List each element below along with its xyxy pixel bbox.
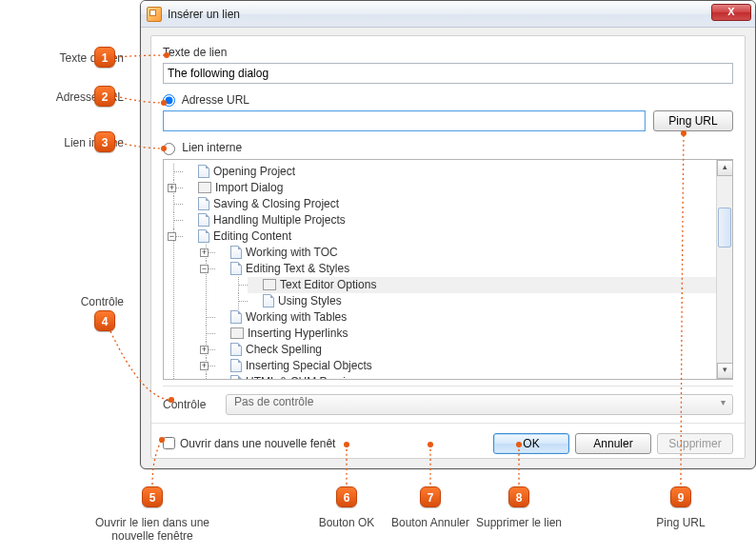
internal-link-radio-row: Lien interne (163, 141, 733, 154)
tree-item[interactable]: Text Editor Options (248, 277, 716, 293)
tree-item[interactable]: +Inserting Special Objects (215, 358, 716, 374)
page-icon (230, 375, 242, 379)
tree-item[interactable]: +Check Spelling (215, 342, 716, 358)
folder-icon (198, 182, 211, 193)
app-icon (147, 7, 162, 22)
tree-item[interactable]: +Import Dialog (183, 180, 716, 196)
tree-item[interactable]: Opening Project (183, 164, 716, 180)
divider (151, 423, 745, 424)
titlebar[interactable]: Insérer un lien X (141, 1, 755, 28)
open-new-window-checkbox[interactable] (163, 437, 175, 449)
topic-tree-viewport[interactable]: Opening Project +Import Dialog Saving & … (164, 160, 716, 379)
tree-item[interactable]: −Editing Text & Styles Text Editor Optio… (215, 261, 716, 309)
control-select[interactable]: Pas de contrôle (226, 394, 733, 415)
page-icon (198, 229, 209, 243)
callout-1-num: 1 (94, 47, 115, 68)
ping-url-button[interactable]: Ping URL (653, 110, 733, 131)
cancel-button[interactable]: Annuler (575, 433, 651, 454)
expand-icon[interactable]: + (200, 346, 209, 354)
tree-item[interactable]: Working with Tables (215, 309, 716, 326)
scroll-down-button[interactable]: ▾ (717, 363, 733, 379)
internal-link-radio-label: Lien interne (182, 141, 242, 154)
tree-scrollbar[interactable]: ▴ ▾ (716, 160, 732, 379)
callout-9-num: 9 (670, 486, 691, 507)
callout-9-label: Ping URL (614, 516, 747, 529)
expand-icon[interactable]: + (200, 362, 209, 370)
collapse-icon[interactable]: − (168, 232, 176, 241)
callout-4-label: Contrôle (0, 295, 124, 308)
tree-item[interactable]: Using Styles (248, 293, 716, 309)
internal-link-radio[interactable] (163, 143, 175, 155)
callout-8-label: Supprimer le lien (452, 516, 586, 529)
control-label: Contrôle (163, 398, 216, 411)
page-icon (198, 165, 209, 178)
url-radio[interactable] (163, 94, 175, 107)
tree-item[interactable]: Handling Multiple Projects (183, 212, 716, 228)
callout-4-num: 4 (94, 310, 115, 331)
page-icon (230, 359, 242, 372)
delete-button[interactable]: Supprimer (657, 433, 733, 454)
tree-item[interactable]: +Working with TOC (215, 245, 716, 261)
dialog-body: Texte de lien Adresse URL Ping URL Lien … (150, 35, 746, 459)
page-icon (198, 197, 209, 210)
expand-icon[interactable]: + (168, 184, 176, 192)
url-input[interactable] (163, 110, 646, 131)
callout-3-num: 3 (94, 131, 115, 152)
callout-8-num: 8 (508, 486, 529, 507)
close-button[interactable]: X (711, 4, 751, 21)
expand-icon[interactable]: + (200, 248, 209, 257)
callout-6-num: 6 (336, 486, 357, 507)
tree-item[interactable]: HTML & CHM Preview (215, 374, 716, 379)
url-radio-label: Adresse URL (182, 93, 249, 107)
page-icon (198, 213, 209, 227)
link-text-input[interactable] (163, 63, 733, 84)
callout-5-num: 5 (142, 486, 163, 507)
callout-7-num: 7 (420, 486, 441, 507)
folder-icon (230, 327, 244, 339)
open-new-window-label: Ouvrir dans une nouvelle fenêt (180, 437, 335, 450)
tree-item[interactable]: Saving & Closing Project (183, 196, 716, 212)
scroll-thumb[interactable] (718, 208, 731, 248)
callout-5-label: Ouvrir le lien dans une nouvelle fenêtre (86, 516, 219, 543)
page-icon (230, 343, 242, 356)
page-icon (230, 310, 242, 324)
page-icon (230, 262, 242, 275)
window-title: Insérer un lien (168, 8, 240, 21)
page-icon (263, 294, 274, 307)
callout-2-num: 2 (94, 86, 115, 107)
tree-item[interactable]: Inserting Hyperlinks (215, 326, 716, 342)
tree-item[interactable]: −Editing Content +Working with TOC −Edit… (183, 228, 716, 379)
folder-icon (263, 279, 276, 290)
page-icon (230, 246, 242, 259)
ok-button[interactable]: OK (493, 433, 569, 454)
link-text-label: Texte de lien (163, 46, 733, 59)
insert-link-dialog: Insérer un lien X Texte de lien Adresse … (140, 0, 756, 469)
scroll-up-button[interactable]: ▴ (717, 160, 733, 176)
collapse-icon[interactable]: − (200, 265, 209, 273)
url-radio-row: Adresse URL (163, 93, 733, 107)
topic-tree: Opening Project +Import Dialog Saving & … (163, 159, 733, 380)
